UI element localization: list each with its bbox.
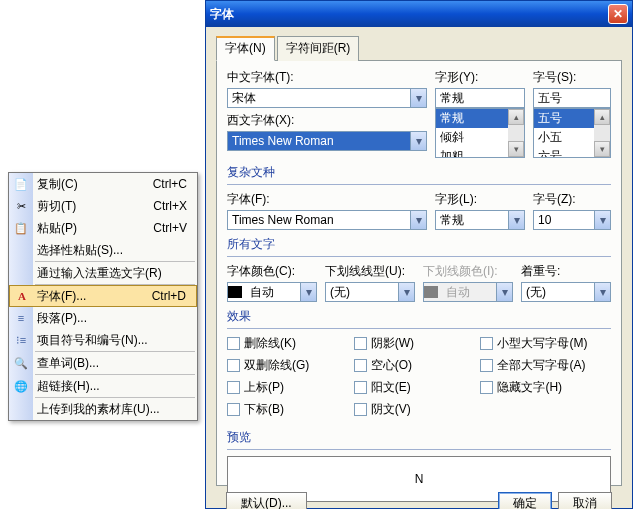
chevron-down-icon: ▾	[496, 283, 512, 301]
effects-group-title: 效果	[227, 308, 611, 325]
menu-label: 剪切(T)	[37, 195, 76, 217]
check-label: 双删除线(G)	[244, 357, 309, 374]
ok-button[interactable]: 确定	[498, 492, 552, 509]
check-hidden[interactable]: 隐藏文字(H)	[480, 379, 562, 396]
check-label: 阴影(W)	[371, 335, 414, 352]
underline-color-label: 下划线颜色(I):	[423, 263, 513, 280]
menu-label: 选择性粘贴(S)...	[37, 239, 123, 261]
menu-copy[interactable]: 📄复制(C)Ctrl+C	[9, 173, 197, 195]
combo-value: 自动	[246, 284, 300, 301]
size-input[interactable]: 五号	[533, 88, 611, 108]
combo-value: Times New Roman	[228, 134, 410, 148]
tab-font[interactable]: 字体(N)	[216, 36, 275, 61]
check-dstrike[interactable]: 双删除线(G)	[227, 357, 309, 374]
chevron-down-icon: ▾	[594, 283, 610, 301]
checkbox-icon	[227, 381, 240, 394]
group-separator	[227, 256, 611, 257]
check-subscript[interactable]: 下标(B)	[227, 401, 284, 418]
cn-font-label: 中文字体(T):	[227, 69, 427, 86]
check-superscript[interactable]: 上标(P)	[227, 379, 284, 396]
hyperlink-icon: 🌐	[12, 377, 30, 395]
check-emboss[interactable]: 阳文(E)	[354, 379, 411, 396]
check-label: 小型大写字母(M)	[497, 335, 587, 352]
check-engrave[interactable]: 阴文(V)	[354, 401, 411, 418]
style-label: 字形(Y):	[435, 69, 525, 86]
chevron-down-icon: ▾	[410, 89, 426, 107]
scroll-down-icon[interactable]: ▾	[508, 141, 524, 157]
button-bar: 默认(D)... 确定 取消	[216, 486, 622, 509]
menu-bullets[interactable]: ⁝≡项目符号和编号(N)...	[9, 329, 197, 351]
paste-icon: 📋	[12, 219, 30, 237]
combo-value: Times New Roman	[228, 213, 410, 227]
combo-value: (无)	[326, 284, 398, 301]
cn-font-combo[interactable]: 宋体▾	[227, 88, 427, 108]
checkbox-icon	[354, 337, 367, 350]
scroll-up-icon[interactable]: ▴	[594, 109, 610, 125]
combo-value: (无)	[522, 284, 594, 301]
complex-group-title: 复杂文种	[227, 164, 611, 181]
close-button[interactable]: ✕	[608, 4, 628, 24]
underline-combo[interactable]: (无)▾	[325, 282, 415, 302]
menu-label: 上传到我的素材库(U)...	[37, 398, 160, 420]
bullets-icon: ⁝≡	[12, 331, 30, 349]
complex-font-label: 字体(F):	[227, 191, 427, 208]
menu-cut[interactable]: ✂剪切(T)Ctrl+X	[9, 195, 197, 217]
complex-style-combo[interactable]: 常规▾	[435, 210, 525, 230]
checkbox-icon	[354, 381, 367, 394]
color-swatch	[228, 286, 242, 298]
font-color-combo[interactable]: 自动▾	[227, 282, 317, 302]
chevron-down-icon: ▾	[398, 283, 414, 301]
font-dialog: 字体 ✕ 字体(N) 字符间距(R) 中文字体(T): 宋体▾ 西文字体(X):…	[205, 0, 633, 509]
all-text-group-title: 所有文字	[227, 236, 611, 253]
check-shadow[interactable]: 阴影(W)	[354, 335, 414, 352]
scroll-down-icon[interactable]: ▾	[594, 141, 610, 157]
menu-label: 查单词(B)...	[37, 352, 99, 374]
check-label: 阴文(V)	[371, 401, 411, 418]
checkbox-icon	[227, 359, 240, 372]
scroll-up-icon[interactable]: ▴	[508, 109, 524, 125]
titlebar: 字体 ✕	[206, 1, 632, 27]
font-icon: A	[13, 287, 31, 305]
menu-label: 字体(F)...	[37, 286, 86, 306]
default-button[interactable]: 默认(D)...	[226, 492, 307, 509]
menu-label: 超链接(H)...	[37, 375, 100, 397]
tab-pane: 中文字体(T): 宋体▾ 西文字体(X): Times New Roman▾ 字…	[216, 61, 622, 486]
emphasis-combo[interactable]: (无)▾	[521, 282, 611, 302]
combo-value: 常规	[436, 212, 508, 229]
complex-size-combo[interactable]: 10▾	[533, 210, 611, 230]
cancel-button[interactable]: 取消	[558, 492, 612, 509]
menu-label: 项目符号和编号(N)...	[37, 329, 148, 351]
style-list[interactable]: 常规 倾斜 加粗 ▴▾	[435, 108, 525, 158]
menu-paste[interactable]: 📋粘贴(P)Ctrl+V	[9, 217, 197, 239]
menu-paste-special[interactable]: 选择性粘贴(S)...	[9, 239, 197, 261]
underline-label: 下划线线型(U):	[325, 263, 415, 280]
west-font-combo[interactable]: Times New Roman▾	[227, 131, 427, 151]
menu-paragraph[interactable]: ≡段落(P)...	[9, 307, 197, 329]
preview-text: N	[415, 472, 424, 486]
menu-lookup[interactable]: 🔍查单词(B)...	[9, 352, 197, 374]
scrollbar[interactable]: ▴▾	[508, 109, 524, 157]
checkbox-icon	[354, 359, 367, 372]
menu-ime-reconvert[interactable]: 通过输入法重选文字(R)	[9, 262, 197, 284]
underline-color-combo: 自动▾	[423, 282, 513, 302]
menu-label: 粘贴(P)	[37, 217, 77, 239]
font-color-label: 字体颜色(C):	[227, 263, 317, 280]
tab-spacing[interactable]: 字符间距(R)	[277, 36, 360, 61]
group-separator	[227, 449, 611, 450]
check-allcaps[interactable]: 全部大写字母(A)	[480, 357, 585, 374]
check-outline[interactable]: 空心(O)	[354, 357, 412, 374]
menu-hyperlink[interactable]: 🌐超链接(H)...	[9, 375, 197, 397]
scrollbar[interactable]: ▴▾	[594, 109, 610, 157]
check-smallcaps[interactable]: 小型大写字母(M)	[480, 335, 587, 352]
west-font-label: 西文字体(X):	[227, 112, 427, 129]
complex-font-combo[interactable]: Times New Roman▾	[227, 210, 427, 230]
menu-font[interactable]: A字体(F)...Ctrl+D	[9, 285, 197, 307]
context-menu: 📄复制(C)Ctrl+C ✂剪切(T)Ctrl+X 📋粘贴(P)Ctrl+V 选…	[8, 172, 198, 421]
menu-label: 复制(C)	[37, 173, 78, 195]
checkbox-icon	[480, 381, 493, 394]
style-input[interactable]: 常规	[435, 88, 525, 108]
dialog-title: 字体	[210, 6, 234, 23]
size-list[interactable]: 五号 小五 六号 ▴▾	[533, 108, 611, 158]
check-strike[interactable]: 删除线(K)	[227, 335, 296, 352]
menu-upload[interactable]: 上传到我的素材库(U)...	[9, 398, 197, 420]
